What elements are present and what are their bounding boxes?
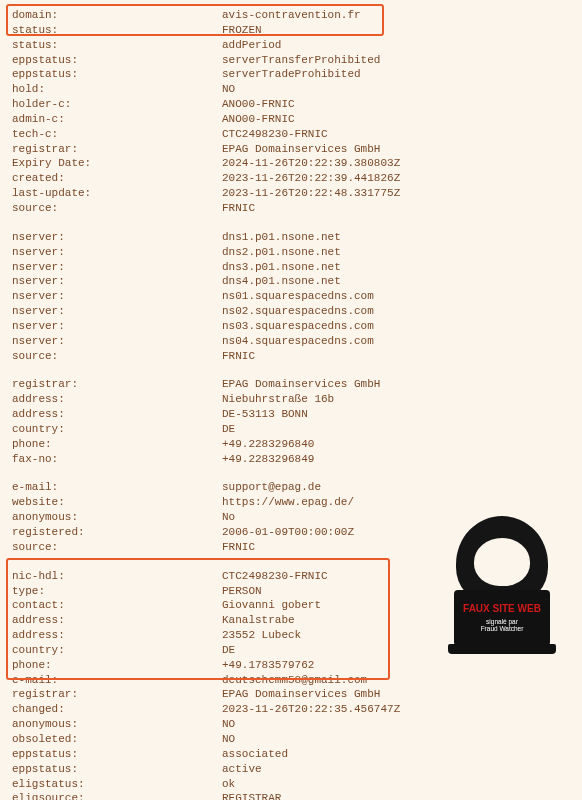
whois-row: registrar:EPAG Domainservices GmbH <box>12 142 570 157</box>
whois-value: FROZEN <box>222 23 570 38</box>
whois-row: eligstatus:ok <box>12 777 570 792</box>
faux-site-web-text: FAUX SITE WEB <box>463 604 541 615</box>
whois-key: Expiry Date: <box>12 156 222 171</box>
whois-key: eppstatus: <box>12 67 222 82</box>
whois-key: anonymous: <box>12 717 222 732</box>
whois-key: source: <box>12 540 222 555</box>
whois-value: ns03.squarespacedns.com <box>222 319 570 334</box>
whois-key: contact: <box>12 598 222 613</box>
whois-value: support@epag.de <box>222 480 570 495</box>
whois-value: 2024-11-26T20:22:39.380803Z <box>222 156 570 171</box>
whois-row: nserver:ns03.squarespacedns.com <box>12 319 570 334</box>
laptop-icon: FAUX SITE WEB signalé par Fraud Watcher <box>454 590 550 646</box>
whois-row: nserver:ns01.squarespacedns.com <box>12 289 570 304</box>
whois-key: eppstatus: <box>12 747 222 762</box>
whois-row: nserver:dns2.p01.nsone.net <box>12 245 570 260</box>
whois-key: phone: <box>12 658 222 673</box>
whois-key: address: <box>12 407 222 422</box>
whois-key: created: <box>12 171 222 186</box>
whois-value: avis-contravention.fr <box>222 8 570 23</box>
whois-row: registrar:EPAG Domainservices GmbH <box>12 377 570 392</box>
whois-row: status:addPeriod <box>12 38 570 53</box>
whois-row: website:https://www.epag.de/ <box>12 495 570 510</box>
whois-row: nserver:ns04.squarespacedns.com <box>12 334 570 349</box>
whois-row: country:DE <box>12 422 570 437</box>
whois-key: tech-c: <box>12 127 222 142</box>
whois-key: hold: <box>12 82 222 97</box>
whois-value: active <box>222 762 570 777</box>
whois-value: 2023-11-26T20:22:35.456747Z <box>222 702 570 717</box>
whois-key: country: <box>12 643 222 658</box>
whois-key: status: <box>12 23 222 38</box>
whois-row: source:FRNIC <box>12 201 570 216</box>
whois-key: obsoleted: <box>12 732 222 747</box>
whois-key: nic-hdl: <box>12 569 222 584</box>
whois-value: associated <box>222 747 570 762</box>
whois-value: 2023-11-26T20:22:48.331775Z <box>222 186 570 201</box>
whois-value: dns3.p01.nsone.net <box>222 260 570 275</box>
whois-value: 2023-11-26T20:22:39.441826Z <box>222 171 570 186</box>
whois-row: created:2023-11-26T20:22:39.441826Z <box>12 171 570 186</box>
whois-value: EPAG Domainservices GmbH <box>222 142 570 157</box>
blank-line <box>12 216 570 230</box>
whois-key: source: <box>12 349 222 364</box>
whois-key: nserver: <box>12 260 222 275</box>
whois-value: ok <box>222 777 570 792</box>
whois-key: type: <box>12 584 222 599</box>
whois-value: addPeriod <box>222 38 570 53</box>
whois-value: REGISTRAR <box>222 791 570 800</box>
whois-value: deutschemm58@gmail.com <box>222 673 570 688</box>
whois-value: ANO00-FRNIC <box>222 97 570 112</box>
whois-key: eligstatus: <box>12 777 222 792</box>
whois-value: CTC2498230-FRNIC <box>222 127 570 142</box>
whois-key: nserver: <box>12 289 222 304</box>
whois-key: nserver: <box>12 274 222 289</box>
whois-key: holder-c: <box>12 97 222 112</box>
whois-key: address: <box>12 392 222 407</box>
whois-key: address: <box>12 613 222 628</box>
whois-key: eligsource: <box>12 791 222 800</box>
whois-value: EPAG Domainservices GmbH <box>222 687 570 702</box>
whois-value: dns2.p01.nsone.net <box>222 245 570 260</box>
whois-key: registrar: <box>12 377 222 392</box>
whois-value: NO <box>222 717 570 732</box>
whois-value: dns1.p01.nsone.net <box>222 230 570 245</box>
whois-row: nserver:dns1.p01.nsone.net <box>12 230 570 245</box>
whois-value: +49.2283296840 <box>222 437 570 452</box>
whois-key: nserver: <box>12 319 222 334</box>
laptop-base-icon <box>448 644 556 654</box>
whois-value: NO <box>222 82 570 97</box>
whois-key: changed: <box>12 702 222 717</box>
whois-row: nserver:dns3.p01.nsone.net <box>12 260 570 275</box>
whois-key: nserver: <box>12 334 222 349</box>
whois-key: nserver: <box>12 304 222 319</box>
whois-key: address: <box>12 628 222 643</box>
whois-key: anonymous: <box>12 510 222 525</box>
whois-row: address:DE-53113 BONN <box>12 407 570 422</box>
whois-value: DE <box>222 422 570 437</box>
whois-value: DE-53113 BONN <box>222 407 570 422</box>
whois-key: status: <box>12 38 222 53</box>
whois-row-top: domain:avis-contravention.fr <box>12 8 570 23</box>
whois-value: ns04.squarespacedns.com <box>222 334 570 349</box>
whois-key: eppstatus: <box>12 53 222 68</box>
whois-row: holder-c:ANO00-FRNIC <box>12 97 570 112</box>
whois-key: website: <box>12 495 222 510</box>
whois-row: eligsource:REGISTRAR <box>12 791 570 800</box>
whois-value: NO <box>222 732 570 747</box>
whois-row: e-mail:support@epag.de <box>12 480 570 495</box>
whois-row: anonymous:NO <box>12 717 570 732</box>
whois-row: eppstatus:serverTradeProhibited <box>12 67 570 82</box>
whois-key: fax-no: <box>12 452 222 467</box>
whois-key: admin-c: <box>12 112 222 127</box>
whois-row: tech-c:CTC2498230-FRNIC <box>12 127 570 142</box>
whois-row: nserver:ns02.squarespacedns.com <box>12 304 570 319</box>
whois-key: e-mail: <box>12 480 222 495</box>
whois-value: ns02.squarespacedns.com <box>222 304 570 319</box>
whois-key: phone: <box>12 437 222 452</box>
whois-record: domain:avis-contravention.frstatus:FROZE… <box>12 8 570 800</box>
whois-row: source:FRNIC <box>12 349 570 364</box>
whois-row: registrar:EPAG Domainservices GmbH <box>12 687 570 702</box>
whois-value: https://www.epag.de/ <box>222 495 570 510</box>
whois-row: eppstatus:active <box>12 762 570 777</box>
